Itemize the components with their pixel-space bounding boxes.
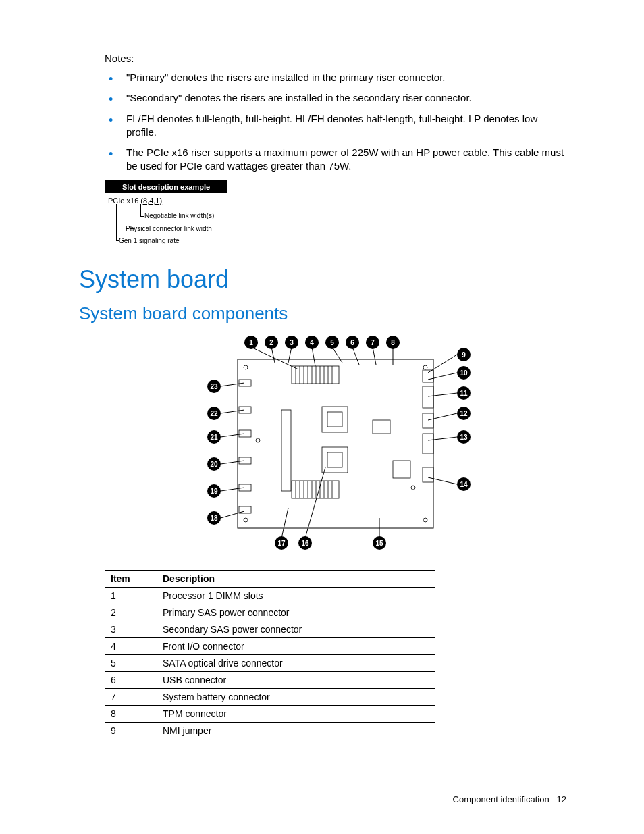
svg-text:2: 2 — [269, 338, 273, 346]
heading-system-board: System board — [79, 265, 566, 294]
svg-text:12: 12 — [460, 409, 468, 417]
callout-5: 5 — [325, 336, 342, 363]
footer-page-number: 12 — [557, 794, 566, 804]
table-row: 9NMI jumper — [105, 722, 435, 739]
components-table: Item Description 1Processor 1 DIMM slots… — [105, 570, 435, 739]
svg-text:22: 22 — [210, 409, 218, 417]
svg-text:9: 9 — [462, 350, 466, 358]
svg-text:19: 19 — [210, 487, 218, 494]
callout-13: 13 — [428, 430, 471, 444]
callout-12: 12 — [428, 407, 471, 420]
svg-text:20: 20 — [210, 460, 218, 467]
notes-list: "Primary" denotes the risers are install… — [105, 71, 566, 174]
svg-text:16: 16 — [301, 539, 309, 546]
svg-text:4: 4 — [310, 338, 314, 346]
heading-system-board-components: System board components — [79, 303, 566, 324]
svg-text:6: 6 — [350, 338, 354, 346]
system-board-diagram: 1 2 3 4 5 6 7 8 9 10 11 12 13 14 23 22 2… — [190, 332, 481, 555]
svg-text:23: 23 — [210, 382, 218, 390]
table-row: 4Front I/O connector — [105, 637, 435, 654]
table-row: 6USB connector — [105, 671, 435, 688]
svg-text:17: 17 — [277, 539, 286, 546]
slot-description-example: Slot description example PCIe x16 (8,4,1… — [105, 180, 227, 249]
table-row: 5SATA optical drive connector — [105, 654, 435, 671]
table-header-item: Item — [105, 570, 157, 587]
svg-text:14: 14 — [460, 480, 468, 488]
table-row: 8TPM connector — [105, 705, 435, 722]
table-row: 2Primary SAS power connector — [105, 604, 435, 621]
callout-10: 10 — [428, 366, 471, 380]
svg-text:13: 13 — [460, 433, 468, 440]
svg-text:11: 11 — [460, 389, 468, 396]
notes-item: "Secondary" denotes the risers are insta… — [105, 91, 566, 105]
svg-text:8: 8 — [391, 338, 395, 346]
table-header-desc: Description — [157, 570, 435, 587]
slot-example-line1: PCIe x16 (8,4,1) — [108, 197, 162, 205]
callout-3: 3 — [285, 336, 298, 363]
notes-item: "Primary" denotes the risers are install… — [105, 71, 566, 84]
slot-box-header: Slot description example — [105, 181, 227, 193]
svg-text:3: 3 — [290, 338, 294, 346]
svg-text:15: 15 — [375, 539, 383, 546]
table-row: 7System battery connector — [105, 688, 435, 705]
slot-example-negotiable: Negotiable link width(s) — [144, 212, 214, 219]
table-row: 3Secondary SAS power connector — [105, 621, 435, 637]
svg-text:10: 10 — [460, 369, 468, 376]
notes-item: The PCIe x16 riser supports a maximum po… — [105, 146, 566, 174]
svg-text:21: 21 — [210, 433, 218, 440]
svg-text:7: 7 — [371, 338, 375, 346]
footer-section: Component identification — [453, 794, 549, 804]
notes-heading: Notes: — [105, 53, 566, 64]
notes-item: FL/FH denotes full-length, full-height. … — [105, 112, 566, 140]
svg-rect-0 — [238, 359, 433, 528]
page-footer: Component identification 12 — [453, 794, 566, 804]
svg-text:5: 5 — [330, 338, 334, 346]
table-row: 1Processor 1 DIMM slots — [105, 587, 435, 604]
svg-text:18: 18 — [210, 514, 218, 521]
slot-example-gen1: Gen 1 signaling rate — [119, 237, 180, 244]
callout-14: 14 — [428, 477, 471, 491]
svg-text:1: 1 — [249, 338, 253, 346]
callout-11: 11 — [428, 386, 471, 400]
slot-example-physical: Physical connector link width — [126, 225, 212, 232]
